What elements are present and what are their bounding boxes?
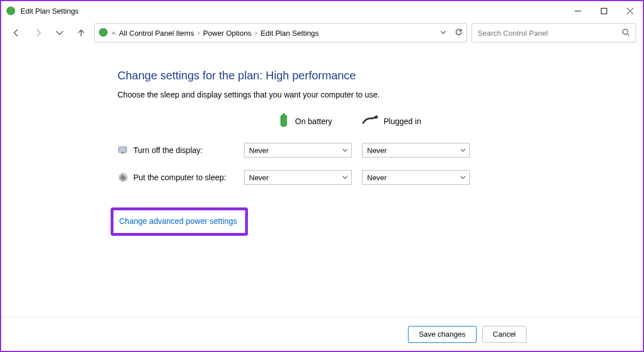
svg-line-9 xyxy=(628,33,630,36)
search-icon[interactable] xyxy=(622,28,630,38)
breadcrumb-edit-plan[interactable]: Edit Plan Settings xyxy=(260,29,319,37)
select-value: Never xyxy=(367,173,387,182)
chevron-right-icon: › xyxy=(255,29,257,37)
svg-rect-10 xyxy=(281,115,287,126)
row-sleep-label: Put the computer to sleep: xyxy=(133,173,244,182)
display-plugged-select[interactable]: Never xyxy=(362,143,470,158)
chevron-right-icon: › xyxy=(197,29,200,37)
svg-rect-14 xyxy=(121,152,124,154)
window-title: Edit Plan Settings xyxy=(20,7,79,15)
row-sleep: Put the computer to sleep: Never Never xyxy=(117,170,643,185)
page-heading: Change settings for the plan: High perfo… xyxy=(117,69,643,82)
chevron-down-icon xyxy=(460,173,466,182)
highlight-annotation: Change advanced power settings xyxy=(111,207,248,236)
column-battery-label: On battery xyxy=(295,117,332,126)
control-panel-icon xyxy=(98,27,108,39)
column-headers: On battery Plugged in xyxy=(117,112,643,130)
search-input[interactable] xyxy=(478,29,622,37)
footer: Save changes Cancel xyxy=(1,317,643,351)
up-button[interactable] xyxy=(73,24,90,41)
chevron-down-icon xyxy=(342,173,348,182)
search-box[interactable] xyxy=(472,23,636,43)
battery-icon xyxy=(278,112,289,130)
breadcrumb-overflow-icon[interactable]: « xyxy=(112,29,116,37)
minimize-button[interactable] xyxy=(565,2,591,19)
main-content: Change settings for the plan: High perfo… xyxy=(1,45,643,236)
row-display-label: Turn off the display: xyxy=(133,146,244,155)
display-battery-select[interactable]: Never xyxy=(244,143,352,158)
plug-icon xyxy=(362,115,378,127)
app-icon xyxy=(6,6,16,16)
svg-rect-1 xyxy=(10,7,12,9)
refresh-button[interactable] xyxy=(454,28,463,38)
address-dropdown-icon[interactable] xyxy=(440,29,447,37)
page-description: Choose the sleep and display settings th… xyxy=(117,90,643,99)
change-advanced-link[interactable]: Change advanced power settings xyxy=(119,217,237,226)
column-plugged-label: Plugged in xyxy=(384,117,421,126)
select-value: Never xyxy=(249,146,269,155)
titlebar: Edit Plan Settings xyxy=(1,1,643,20)
svg-rect-3 xyxy=(601,8,607,14)
address-bar[interactable]: « All Control Panel Items › Power Option… xyxy=(94,23,467,43)
forward-button[interactable] xyxy=(30,24,47,41)
navbar: « All Control Panel Items › Power Option… xyxy=(1,20,643,45)
svg-rect-7 xyxy=(102,28,104,30)
breadcrumb-power-options[interactable]: Power Options xyxy=(203,29,251,37)
close-button[interactable] xyxy=(617,2,643,19)
chevron-down-icon xyxy=(460,146,466,155)
save-button[interactable]: Save changes xyxy=(408,326,476,343)
sleep-icon xyxy=(117,172,129,183)
select-value: Never xyxy=(367,146,387,155)
cancel-button[interactable]: Cancel xyxy=(482,326,527,343)
row-turn-off-display: Turn off the display: Never Never xyxy=(117,143,643,158)
chevron-down-icon xyxy=(342,146,348,155)
svg-rect-11 xyxy=(283,113,285,116)
sleep-plugged-select[interactable]: Never xyxy=(362,170,470,185)
back-button[interactable] xyxy=(8,24,25,41)
svg-rect-13 xyxy=(119,147,127,152)
maximize-button[interactable] xyxy=(591,2,617,19)
breadcrumb-root[interactable]: All Control Panel Items xyxy=(119,29,194,37)
sleep-battery-select[interactable]: Never xyxy=(244,170,352,185)
svg-point-8 xyxy=(623,29,628,34)
select-value: Never xyxy=(249,173,269,182)
recent-dropdown[interactable] xyxy=(51,24,68,41)
display-icon xyxy=(117,145,129,156)
